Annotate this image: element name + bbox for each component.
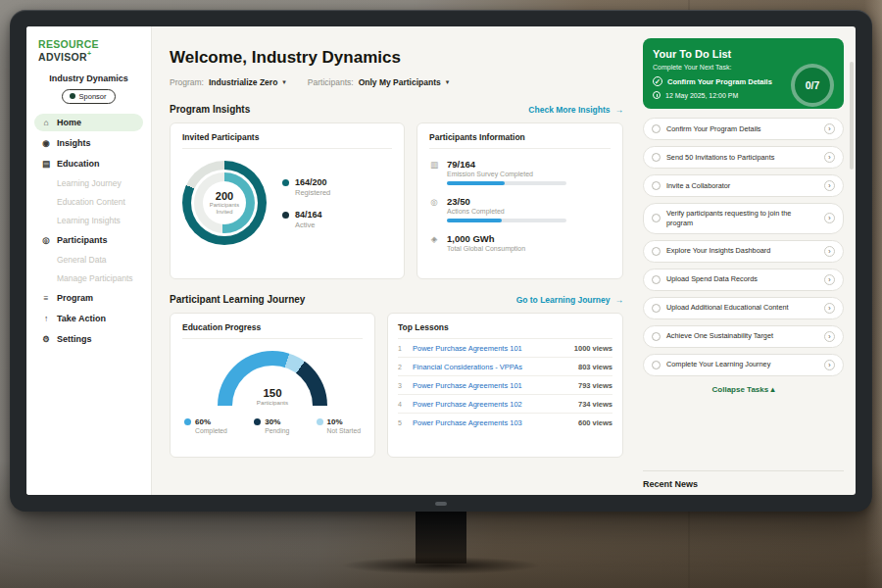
- participants-value: Only My Participants: [359, 77, 441, 87]
- legend-dot: [254, 418, 261, 425]
- todo-title: Your To Do List: [653, 48, 834, 60]
- consumption-icon: ◈: [429, 234, 439, 252]
- lesson-link[interactable]: Power Purchase Agreements 103: [413, 418, 571, 427]
- task-checkbox[interactable]: [652, 214, 661, 222]
- filters-row: Program: Industrialize Zero ▾ Participan…: [170, 77, 623, 87]
- chevron-right-icon[interactable]: ›: [824, 152, 835, 163]
- legend-item-not-started: 10% Not Started: [317, 417, 361, 434]
- sidebar-item-home[interactable]: ⌂ Home: [34, 114, 143, 131]
- link-label: Check More Insights: [528, 105, 610, 115]
- task-item-upload-spend-data[interactable]: Upload Spend Data Records ›: [643, 269, 844, 291]
- go-to-learning-journey-link[interactable]: Go to Learning Journey →: [516, 295, 623, 305]
- sidebar-item-participants[interactable]: ◎ Participants: [34, 231, 143, 249]
- task-checkbox[interactable]: [652, 275, 661, 284]
- take-action-icon: ↑: [41, 314, 51, 323]
- legend-dot: [282, 179, 289, 186]
- task-checkbox[interactable]: [652, 247, 661, 256]
- task-checkbox[interactable]: [652, 153, 661, 162]
- chevron-right-icon[interactable]: ›: [824, 180, 835, 191]
- legend-label: Active: [295, 220, 322, 229]
- sponsor-badge: Sponsor: [62, 89, 117, 104]
- lesson-rank: 3: [398, 382, 406, 389]
- sidebar-item-education[interactable]: ▤ Education: [34, 155, 143, 172]
- task-item-upload-educational-content[interactable]: Upload Additional Educational Content ›: [643, 297, 844, 319]
- task-checkbox[interactable]: [652, 332, 661, 341]
- sidebar-item-program[interactable]: ≡ Program: [34, 289, 143, 307]
- lesson-link[interactable]: Power Purchase Agreements 101: [413, 381, 571, 390]
- sidebar-item-label: Take Action: [57, 314, 106, 323]
- monitor-bezel: RESOURCE ADVISOR+ Industry Dynamics Spon…: [10, 10, 872, 512]
- education-progress-card: Education Progress 150 Participants 60% …: [170, 313, 375, 458]
- task-item-invite-collaborator[interactable]: Invite a Collaborator ›: [643, 174, 844, 197]
- lesson-rank: 1: [398, 345, 406, 352]
- sidebar-item-label: Settings: [57, 334, 92, 344]
- task-item-verify-participants[interactable]: Verify participants requesting to join t…: [643, 203, 844, 234]
- task-checkbox[interactable]: [652, 181, 661, 190]
- sidebar-item-general-data[interactable]: General Data: [34, 252, 143, 268]
- sidebar-item-settings[interactable]: ⚙ Settings: [34, 330, 143, 348]
- lesson-row: 5 Power Purchase Agreements 103 600 view…: [398, 414, 612, 431]
- lesson-rank: 4: [398, 401, 406, 408]
- sidebar-item-insights[interactable]: ◉ Insights: [34, 134, 143, 152]
- education-icon: ▤: [41, 159, 51, 169]
- task-item-achieve-target[interactable]: Achieve One Sustainability Target ›: [643, 325, 844, 348]
- legend-value: 10%: [327, 417, 343, 426]
- lesson-row: 1 Power Purchase Agreements 101 1000 vie…: [398, 339, 612, 358]
- donut-center-label: Participants Invited: [205, 202, 244, 216]
- program-dropdown[interactable]: Program: Industrialize Zero ▾: [170, 77, 286, 87]
- donut-center-value: 200: [216, 190, 233, 202]
- sidebar-item-learning-journey[interactable]: Learning Journey: [34, 175, 143, 191]
- sidebar-item-take-action[interactable]: ↑ Take Action: [34, 310, 143, 327]
- lesson-row: 3 Power Purchase Agreements 101 793 view…: [398, 376, 612, 395]
- chevron-up-icon: ▴: [770, 385, 774, 394]
- scrollbar[interactable]: [850, 62, 854, 170]
- todo-datetime-label: 12 May 2025, 12:00 PM: [665, 92, 738, 99]
- chevron-right-icon[interactable]: ›: [824, 331, 835, 342]
- task-checkbox[interactable]: [652, 124, 661, 133]
- arrow-right-icon: →: [615, 105, 624, 115]
- task-checkbox[interactable]: [652, 361, 661, 369]
- task-item-send-invitations[interactable]: Send 50 Invitations to Participants ›: [643, 146, 844, 169]
- chevron-right-icon[interactable]: ›: [824, 274, 835, 285]
- todo-panel: Your To Do List Complete Your Next Task:…: [635, 26, 856, 495]
- sidebar-item-manage-participants[interactable]: Manage Participants: [34, 270, 143, 286]
- todo-progress-value: 0/7: [806, 79, 820, 91]
- lesson-views: 793 views: [578, 381, 612, 390]
- check-more-insights-link[interactable]: Check More Insights →: [528, 105, 623, 115]
- task-checkbox[interactable]: [652, 304, 661, 313]
- lesson-row: 4 Power Purchase Agreements 102 734 view…: [398, 395, 612, 414]
- todo-next-task-label: Confirm Your Program Details: [667, 77, 772, 86]
- chevron-right-icon[interactable]: ›: [824, 213, 835, 223]
- chevron-right-icon[interactable]: ›: [824, 303, 835, 314]
- participants-dropdown[interactable]: Participants: Only My Participants ▾: [308, 77, 449, 87]
- task-label: Achieve One Sustainability Target: [666, 331, 818, 341]
- chevron-right-icon[interactable]: ›: [824, 123, 835, 134]
- chevron-right-icon[interactable]: ›: [824, 246, 835, 257]
- lesson-link[interactable]: Power Purchase Agreements 101: [413, 344, 567, 353]
- legend-value: 30%: [265, 417, 280, 426]
- sidebar-item-learning-insights[interactable]: Learning Insights: [34, 213, 143, 228]
- monitor-stand: [416, 511, 466, 564]
- stat-actions-completed: ◎ 23/50 Actions Completed: [429, 196, 611, 222]
- sidebar-item-education-content[interactable]: Education Content: [34, 194, 143, 210]
- legend-dot: [282, 212, 289, 219]
- task-item-explore-insights[interactable]: Explore Your Insights Dashboard ›: [643, 240, 844, 263]
- education-progress-gauge-chart: 150 Participants: [218, 351, 327, 406]
- legend-dot: [184, 418, 191, 425]
- card-title: Participants Information: [429, 132, 611, 149]
- participants-information-card: Participants Information ▥ 79/164 Emissi…: [416, 122, 623, 279]
- task-label: Complete Your Learning Journey: [666, 360, 818, 369]
- todo-summary-card: Your To Do List Complete Your Next Task:…: [643, 38, 844, 109]
- stat-label: Emission Survey Completed: [447, 171, 566, 177]
- task-item-confirm-program[interactable]: Confirm Your Program Details ›: [643, 118, 844, 140]
- lesson-link[interactable]: Power Purchase Agreements 102: [413, 400, 571, 409]
- top-lessons-card: Top Lessons 1 Power Purchase Agreements …: [387, 313, 623, 458]
- card-title: Top Lessons: [398, 322, 612, 339]
- brand-logo: RESOURCE ADVISOR+: [34, 38, 143, 63]
- todo-progress-ring: 0/7: [791, 64, 834, 107]
- collapse-tasks-link[interactable]: Collapse Tasks ▴: [643, 385, 844, 394]
- donut-legend: 164/200 Registered 84/164 Active: [282, 177, 330, 229]
- lesson-link[interactable]: Financial Considerations - VPPAs: [413, 363, 571, 371]
- task-item-complete-learning-journey[interactable]: Complete Your Learning Journey ›: [643, 354, 844, 376]
- chevron-right-icon[interactable]: ›: [824, 360, 835, 370]
